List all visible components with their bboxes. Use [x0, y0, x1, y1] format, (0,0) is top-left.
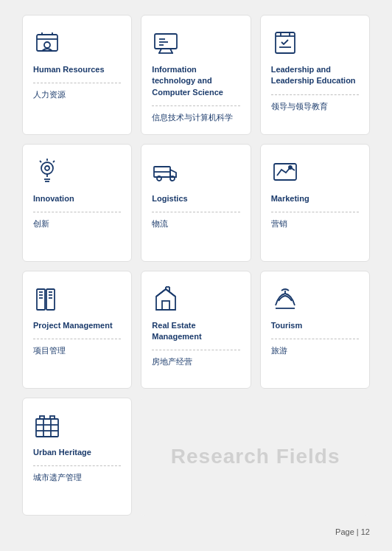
card-title-zh-project-management: 项目管理	[33, 345, 66, 356]
card-title-en-human-resources: Human Resources	[33, 64, 105, 75]
svg-point-30	[289, 166, 292, 169]
svg-rect-5	[155, 34, 177, 49]
card-project-management[interactable]: Project Management 项目管理	[22, 271, 132, 389]
marketing-icon	[271, 158, 299, 186]
svg-rect-49	[40, 416, 44, 419]
card-title-zh-tourism: 旅游	[271, 345, 287, 356]
card-title-zh-information-technology: 信息技术与计算机科学	[152, 112, 233, 123]
svg-point-2	[44, 42, 50, 48]
project-management-icon	[33, 285, 61, 313]
svg-point-24	[45, 166, 49, 170]
information-technology-icon	[152, 29, 180, 57]
card-title-en-marketing: Marketing	[271, 193, 309, 204]
real-estate-icon	[152, 285, 180, 313]
card-human-resources[interactable]: Human Resources 人力资源	[22, 15, 132, 135]
card-title-en-project-management: Project Management	[33, 320, 113, 331]
innovation-icon	[33, 158, 61, 186]
card-innovation[interactable]: Innovation 创新	[22, 144, 132, 262]
urban-heritage-icon	[33, 412, 61, 440]
card-tourism[interactable]: Tourism 旅游	[260, 271, 370, 389]
card-title-en-innovation: Innovation	[33, 193, 74, 204]
human-resources-icon	[33, 29, 61, 57]
svg-rect-45	[36, 419, 58, 437]
svg-line-22	[53, 161, 55, 162]
svg-point-26	[157, 176, 161, 181]
card-title-en-tourism: Tourism	[271, 320, 303, 331]
card-information-technology[interactable]: Information technology and Computer Scie…	[141, 15, 251, 135]
card-title-zh-innovation: 创新	[33, 218, 49, 229]
footer: Page | 12	[22, 527, 370, 536]
card-title-zh-human-resources: 人力资源	[33, 89, 66, 100]
card-title-zh-leadership: 领导与领导教育	[271, 101, 328, 112]
card-title-en-real-estate: Real Estate Management	[152, 320, 239, 343]
card-title-en-information-technology: Information technology and Computer Scie…	[152, 64, 239, 98]
card-title-zh-marketing: 营销	[271, 218, 287, 229]
logistics-icon	[152, 158, 180, 186]
svg-line-23	[40, 161, 41, 162]
card-urban-heritage[interactable]: Urban Heritage 城市遗产管理	[22, 398, 132, 516]
card-real-estate[interactable]: Real Estate Management 房地产经营	[141, 271, 251, 389]
card-title-en-logistics: Logistics	[152, 193, 187, 204]
tourism-icon	[271, 285, 299, 313]
card-title-en-leadership: Leadership and Leadership Education	[271, 64, 359, 87]
research-fields-card: Research Fields	[141, 398, 370, 516]
leadership-icon	[271, 29, 299, 57]
card-leadership[interactable]: Leadership and Leadership Education 领导与领…	[260, 15, 370, 135]
research-fields-label: Research Fields	[171, 445, 340, 468]
card-title-zh-urban-heritage: 城市遗产管理	[33, 472, 82, 483]
card-logistics[interactable]: Logistics 物流	[141, 144, 251, 262]
card-title-zh-real-estate: 房地产经营	[152, 356, 192, 367]
svg-rect-50	[50, 416, 55, 419]
svg-point-17	[41, 162, 53, 174]
card-grid: Human Resources 人力资源 Information technol…	[22, 15, 370, 516]
card-title-zh-logistics: 物流	[152, 218, 168, 229]
svg-rect-39	[162, 301, 169, 310]
card-marketing[interactable]: Marketing 营销	[260, 144, 370, 262]
card-title-en-urban-heritage: Urban Heritage	[33, 447, 91, 458]
page-number: Page | 12	[335, 527, 370, 536]
svg-point-27	[170, 176, 175, 181]
